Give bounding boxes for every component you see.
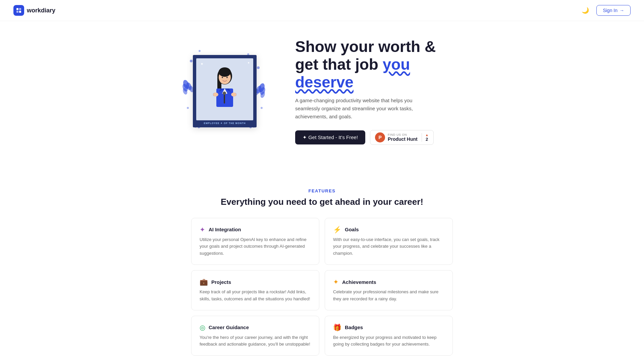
features-grid: ✦ AI Integration Utilize your personal O…	[191, 218, 453, 356]
feature-desc: Utilize your personal OpenAI key to enha…	[200, 236, 311, 257]
feature-name: Career Guidance	[209, 324, 249, 330]
ph-text: FIND US ON Product Hunt	[388, 133, 418, 142]
svg-rect-41	[224, 94, 225, 104]
svg-point-40	[231, 93, 236, 97]
svg-point-11	[182, 79, 191, 90]
feature-desc: You're the hero of your career journey, …	[200, 334, 311, 348]
feature-desc: Celebrate your professional milestones a…	[333, 289, 444, 303]
feature-desc: Keep track of all your projects like a r…	[200, 289, 311, 303]
svg-rect-0	[16, 8, 18, 10]
feature-header: 🎁 Badges	[333, 323, 444, 331]
svg-point-5	[257, 66, 260, 69]
feature-card: 🎁 Badges Be energized by your progress a…	[325, 316, 453, 356]
feature-icon: ◎	[200, 323, 205, 331]
feature-name: Goals	[345, 227, 359, 232]
svg-point-18	[259, 86, 266, 96]
svg-point-14	[182, 87, 188, 95]
feature-icon: ✦	[333, 278, 339, 286]
feature-icon: 🎁	[333, 323, 341, 331]
nav-right: 🌙 Sign In →	[580, 5, 631, 16]
feature-card: ✦ AI Integration Utilize your personal O…	[191, 218, 319, 265]
svg-point-42	[223, 92, 226, 95]
feature-name: Achievements	[342, 279, 376, 285]
feature-icon: 💼	[200, 278, 208, 286]
get-started-button[interactable]: ✦ Get Started - It's Free!	[295, 130, 365, 144]
hero-cta-area: ✦ Get Started - It's Free! P FIND US ON …	[295, 130, 463, 145]
features-title: Everything you need to get ahead in your…	[134, 197, 510, 207]
svg-point-10	[189, 87, 191, 89]
feature-icon: ✦	[200, 226, 205, 234]
svg-rect-1	[19, 8, 21, 10]
svg-point-32	[226, 77, 228, 78]
hero-section: ✦ ✦	[121, 21, 523, 168]
dark-mode-button[interactable]: 🌙	[580, 5, 591, 16]
feature-header: ✦ AI Integration	[200, 226, 311, 234]
arrow-icon: →	[620, 8, 624, 13]
feature-icon: ⚡	[333, 226, 341, 234]
svg-point-13	[185, 82, 193, 91]
feature-desc: Be energized by your progress and motiva…	[333, 334, 444, 348]
feature-name: Badges	[345, 324, 363, 330]
signin-button[interactable]: Sign In →	[596, 5, 631, 16]
svg-point-30	[219, 67, 231, 77]
feature-card: ⚡ Goals With our easy-to-use interface, …	[325, 218, 453, 265]
feature-desc: With our easy-to-use interface, you can …	[333, 236, 444, 257]
svg-point-39	[213, 93, 218, 97]
navbar: workdiary 🌙 Sign In →	[0, 0, 644, 21]
svg-rect-3	[19, 11, 21, 13]
svg-point-8	[199, 50, 201, 52]
feature-header: ⚡ Goals	[333, 226, 444, 234]
ph-upvote: ▲ 2	[422, 133, 429, 142]
logo-icon	[13, 5, 24, 16]
svg-point-6	[187, 107, 189, 109]
svg-point-31	[222, 77, 223, 78]
hero-title: Show your worth & get that job you deser…	[295, 38, 463, 91]
feature-header: 💼 Projects	[200, 278, 311, 286]
svg-point-12	[181, 83, 189, 92]
hero-text-area: Show your worth & get that job you deser…	[295, 38, 463, 145]
product-hunt-badge[interactable]: P FIND US ON Product Hunt ▲ 2	[370, 130, 434, 145]
svg-point-7	[261, 107, 263, 109]
svg-rect-2	[16, 11, 18, 13]
logo-text: workdiary	[27, 7, 55, 14]
feature-name: Projects	[211, 279, 231, 285]
feature-card: ✦ Achievements Celebrate your profession…	[325, 270, 453, 310]
svg-point-20	[260, 91, 266, 99]
feature-header: ◎ Career Guidance	[200, 323, 311, 331]
employee-label: EMPLOYEE ✦ OF THE MONTH	[196, 120, 253, 125]
feature-card: 💼 Projects Keep track of all your projec…	[191, 270, 319, 310]
features-section: FEATURES Everything you need to get ahea…	[121, 168, 523, 362]
ph-logo: P	[375, 132, 385, 142]
svg-point-16	[258, 82, 266, 93]
feature-header: ✦ Achievements	[333, 278, 444, 286]
feature-name: AI Integration	[209, 227, 241, 232]
hero-image-wrapper: ✦ ✦	[181, 41, 268, 141]
svg-point-4	[190, 60, 193, 62]
features-label: FEATURES	[134, 188, 510, 193]
logo-area[interactable]: workdiary	[13, 5, 55, 16]
feature-card: ◎ Career Guidance You're the hero of you…	[191, 316, 319, 356]
hero-subtitle: A game-changing productivity website tha…	[295, 97, 436, 121]
